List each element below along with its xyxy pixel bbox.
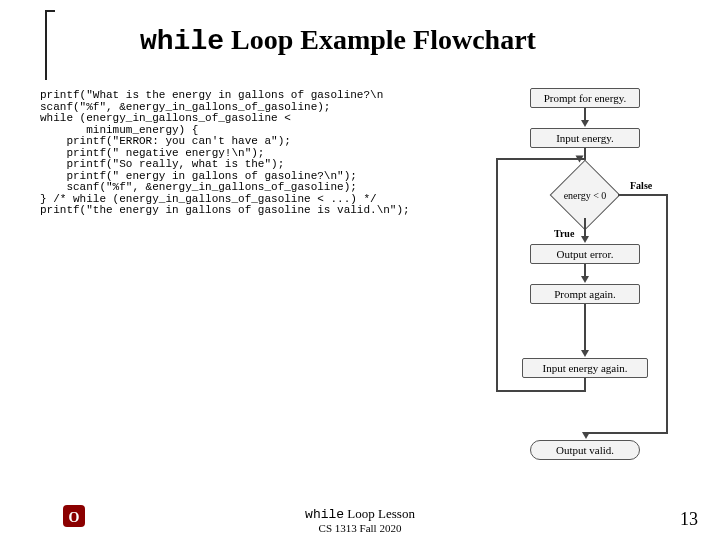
arrow-down-icon bbox=[582, 432, 590, 439]
slide: while Loop Example Flowchart printf("Wha… bbox=[30, 10, 690, 530]
flow-edge bbox=[666, 194, 668, 432]
flow-box-error-label: Output error. bbox=[557, 248, 614, 260]
title-keyword: while bbox=[140, 26, 224, 57]
flow-edge bbox=[496, 390, 586, 392]
flow-box-input: Input energy. bbox=[530, 128, 640, 148]
flow-edge bbox=[584, 218, 586, 238]
arrow-down-icon bbox=[581, 350, 589, 357]
footer: while Loop Lesson CS 1313 Fall 2020 bbox=[0, 506, 720, 534]
flow-decision-label: energy < 0 bbox=[564, 190, 607, 201]
title-rest: Loop Example Flowchart bbox=[224, 24, 536, 55]
flow-edge bbox=[584, 304, 586, 352]
footer-keyword: while bbox=[305, 507, 344, 522]
flowchart: Prompt for energy. Input energy. energy … bbox=[490, 88, 680, 468]
flow-edge bbox=[496, 158, 498, 392]
code-block: printf("What is the energy in gallons of… bbox=[40, 90, 410, 217]
flow-edge bbox=[586, 432, 668, 434]
flow-label-false: False bbox=[630, 180, 652, 191]
arrow-right-icon bbox=[576, 156, 584, 163]
flow-box-valid-label: Output valid. bbox=[556, 444, 614, 456]
flow-box-prompt-again-label: Prompt again. bbox=[554, 288, 616, 300]
footer-line2: CS 1313 Fall 2020 bbox=[0, 522, 720, 534]
flow-box-error: Output error. bbox=[530, 244, 640, 264]
arrow-down-icon bbox=[581, 276, 589, 283]
flow-box-prompt-again: Prompt again. bbox=[530, 284, 640, 304]
title-rule-vert bbox=[45, 10, 55, 80]
flow-edge bbox=[496, 158, 584, 160]
flow-label-true: True bbox=[554, 228, 574, 239]
footer-rest: Loop Lesson bbox=[344, 506, 415, 521]
flow-edge bbox=[618, 194, 668, 196]
arrow-down-icon bbox=[581, 120, 589, 127]
flow-box-valid: Output valid. bbox=[530, 440, 640, 460]
flow-box-input-again: Input energy again. bbox=[522, 358, 648, 378]
flow-box-prompt-label: Prompt for energy. bbox=[544, 92, 626, 104]
flow-box-input-label: Input energy. bbox=[556, 132, 614, 144]
page-number: 13 bbox=[680, 509, 698, 530]
footer-line1: while Loop Lesson bbox=[0, 506, 720, 522]
flow-decision: energy < 0 bbox=[550, 172, 620, 218]
arrow-down-icon bbox=[581, 236, 589, 243]
flow-box-prompt: Prompt for energy. bbox=[530, 88, 640, 108]
flow-box-input-again-label: Input energy again. bbox=[542, 362, 627, 374]
slide-title: while Loop Example Flowchart bbox=[140, 24, 536, 57]
